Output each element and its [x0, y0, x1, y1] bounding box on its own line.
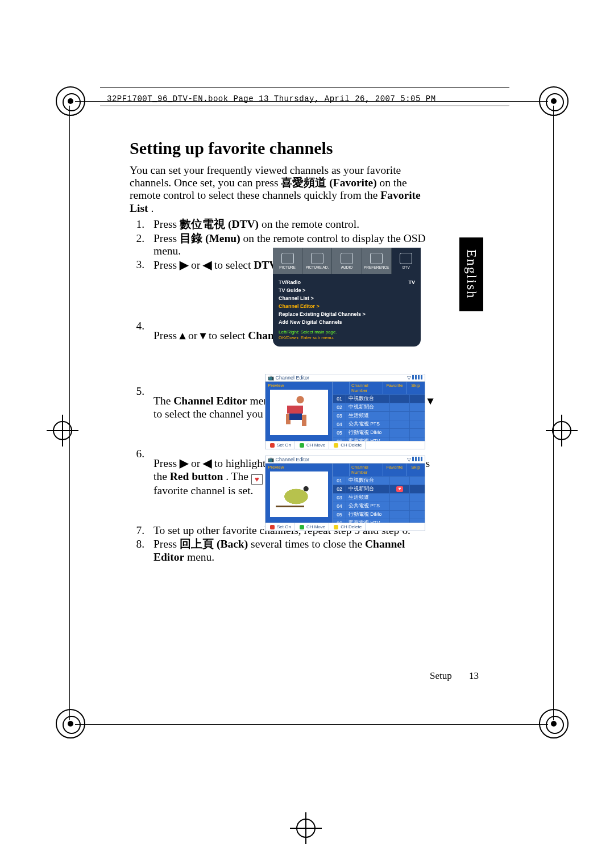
channel-row[interactable]: 06客家電視 HTV — [333, 519, 425, 523]
preview-label: Preview — [268, 383, 284, 388]
channel-row[interactable]: 01中視數位台 — [333, 476, 425, 485]
registration-mark — [290, 812, 322, 844]
print-rule — [75, 724, 548, 725]
runner-illustration — [270, 390, 328, 435]
osd-menu-item[interactable]: Add New Digital Channels — [279, 318, 415, 326]
step-bold: Red button — [170, 470, 223, 482]
left-arrow-icon: ◀ — [203, 457, 211, 469]
channel-row[interactable]: 03生活頻道 — [333, 411, 425, 420]
osd-menu-item[interactable]: Channel Editor > — [279, 302, 415, 310]
osd-tab-label: PICTURE AD. — [305, 265, 329, 269]
step-text: Press — [154, 457, 180, 469]
yellow-dot-icon — [334, 525, 338, 529]
left-arrow-icon: ◀ — [203, 258, 211, 271]
osd-help-line: Left/Right: Select main page. — [279, 329, 415, 335]
registration-mark — [546, 415, 578, 446]
header-rule — [100, 106, 509, 106]
step-text: Press — [154, 232, 180, 244]
channel-row[interactable]: 01中視數位台 — [333, 394, 425, 403]
crop-mark — [56, 709, 85, 738]
yellow-dot-icon — [334, 443, 338, 448]
step-text: or — [191, 259, 203, 271]
down-arrow-icon: ▾ — [428, 394, 433, 407]
page-title: Setting up favorite channels — [130, 139, 437, 158]
col-header-favorite: Favorite — [383, 464, 406, 476]
step-1: 1. Press 數位電視 (DTV) on the remote contro… — [130, 218, 437, 231]
book-header: 32PF1700T_96_DTV-EN.book Page 13 Thursda… — [107, 94, 436, 103]
osd-menu-item[interactable]: Channel List > — [279, 294, 415, 302]
osd-tab[interactable]: PICTURE — [273, 248, 302, 274]
osd-tab-icon — [370, 253, 383, 264]
step-text: The — [154, 395, 173, 407]
intro-paragraph: You can set your frequently viewed chann… — [130, 164, 437, 215]
red-dot-icon — [270, 525, 275, 529]
chedit-footer: Set On CH Move CH Delete — [265, 523, 425, 531]
step-text: or — [188, 329, 200, 341]
intro-text: . — [151, 202, 154, 214]
osd-tab-label: PREFERENCE — [364, 265, 389, 269]
heart-icon: ♥ — [251, 474, 263, 485]
intro-cjk: 喜愛頻道 — [281, 177, 326, 189]
osd-tab-icon — [341, 253, 353, 264]
step-text: Press — [154, 329, 180, 341]
osd-tab-label: AUDIO — [341, 265, 353, 269]
step-cjk: 數位電視 — [180, 218, 225, 230]
osd-tab[interactable]: AUDIO — [332, 248, 362, 274]
step-text: on the remote control. — [262, 218, 359, 230]
osd-tab[interactable]: PICTURE AD. — [302, 248, 332, 274]
step-bold: (Menu) — [205, 232, 240, 244]
col-header-number: Channel Number — [350, 464, 383, 476]
osd-help-line: OK/Down: Enter sub menu. — [279, 335, 415, 341]
channel-row[interactable]: 04公共電視 PTS — [333, 502, 425, 510]
channel-row[interactable]: 06客家電視 HTV — [333, 437, 425, 441]
col-header-number: Channel Number — [350, 382, 383, 394]
step-8: 8. Press 回上頁 (Back) several times to clo… — [130, 538, 437, 564]
step-text: to select — [214, 259, 254, 271]
step-bold: (DTV) — [228, 218, 259, 230]
channel-row[interactable]: 03生活頻道 — [333, 493, 425, 502]
channel-row[interactable]: 05行動電視 DiMo — [333, 428, 425, 437]
step-text: Press — [154, 538, 180, 550]
osd-tab[interactable]: DTV — [392, 248, 421, 274]
crop-mark — [539, 709, 569, 738]
print-rule — [69, 106, 70, 720]
print-rule — [553, 106, 554, 720]
osd-tab-icon — [311, 253, 323, 264]
step-cjk: 回上頁 — [180, 538, 214, 550]
footer-page-number: 13 — [469, 670, 479, 681]
channel-row[interactable]: 02中視新聞台 — [333, 403, 425, 411]
osd-tab-icon — [281, 253, 294, 264]
red-dot-icon — [270, 443, 275, 448]
preview-label: Preview — [268, 465, 284, 470]
header-rule — [100, 87, 509, 88]
step-text: several times to close the — [251, 538, 365, 550]
osd-menu-item[interactable]: Replace Existing Digital Channels > — [279, 310, 415, 318]
green-dot-icon — [300, 525, 304, 529]
osd-tab-label: PICTURE — [279, 265, 296, 269]
channel-row[interactable]: 04公共電視 PTS — [333, 420, 425, 428]
channel-editor-figure-2: 📺 Channel Editor ▽ Preview Channel Numbe… — [265, 456, 425, 531]
language-tab: English — [459, 237, 483, 311]
step-text: Press — [154, 218, 180, 230]
step-bold: (Back) — [217, 538, 248, 550]
osd-menu-item[interactable]: TV Guide > — [279, 286, 415, 294]
right-arrow-icon: ▶ — [180, 258, 188, 271]
osd-tab[interactable]: PREFERENCE — [362, 248, 392, 274]
col-header-skip: Skip — [406, 464, 425, 476]
step-cjk: 目錄 — [180, 232, 202, 244]
right-arrow-icon: ▶ — [180, 457, 188, 469]
signal-icon: ▽ — [407, 375, 422, 381]
channel-row[interactable]: 05行動電視 DiMo — [333, 510, 425, 519]
favorite-heart-icon — [396, 486, 403, 492]
osd-menu-item[interactable]: TV/RadioTV — [279, 278, 415, 286]
step-bold: Channel Editor — [173, 395, 247, 407]
channel-row[interactable]: 02中視新聞台 — [333, 485, 425, 493]
step-text: Press — [154, 259, 180, 271]
osd-menu: PICTUREPICTURE AD.AUDIOPREFERENCEDTV TV/… — [273, 248, 421, 347]
step-text: menu. — [187, 551, 214, 563]
col-header-favorite: Favorite — [383, 382, 406, 394]
channel-editor-figure-1: 📺 Channel Editor ▽ Preview Channel Numbe… — [265, 374, 425, 449]
footer-section: Setup — [430, 670, 452, 681]
up-arrow-icon: ▴ — [180, 329, 185, 341]
osd-tab-label: DTV — [403, 265, 410, 269]
